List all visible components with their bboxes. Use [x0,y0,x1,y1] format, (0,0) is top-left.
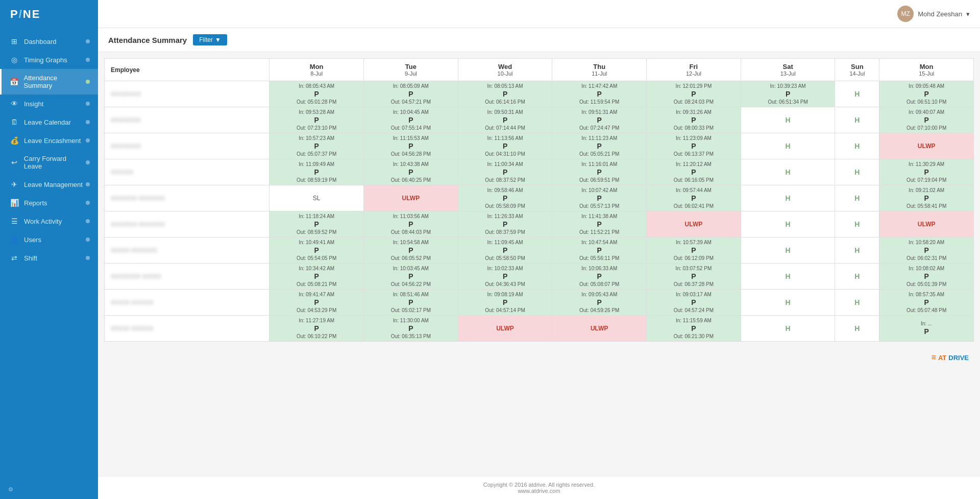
cell-2-2[interactable]: In: 11:13:56 AM P Out: 04:31:10 PM [458,133,552,159]
sidebar-item-reports[interactable]: 📊 Reports [0,194,98,212]
cell-5-7[interactable]: ULWP [879,211,974,237]
cell-1-7[interactable]: In: 09:40:07 AM P Out: 07:10:00 PM [879,107,974,133]
cell-6-4[interactable]: In: 10:57:39 AM P Out: 06:12:09 PM [647,237,741,264]
cell-3-3[interactable]: In: 11:16:01 AM P Out: 06:59:51 PM [552,159,647,185]
cell-7-5[interactable]: H [741,264,835,290]
cell-6-3[interactable]: In: 10:47:54 AM P Out: 05:56:11 PM [552,237,647,264]
cell-7-4[interactable]: In: 03:07:52 PM P Out: 06:37:28 PM [647,264,741,290]
cell-2-3[interactable]: In: 11:11:23 AM P Out: 05:05:21 PM [552,133,647,159]
sidebar-item-users[interactable]: 👤 Users [0,230,98,249]
cell-4-0[interactable]: SL [270,185,364,211]
cell-8-5[interactable]: H [741,290,835,316]
cell-1-4[interactable]: In: 09:31:26 AM P Out: 08:00:33 PM [647,107,741,133]
cell-8-0[interactable]: In: 09:41:47 AM P Out: 04:53:29 PM [270,290,364,316]
cell-3-5[interactable]: H [741,159,835,185]
cell-1-6[interactable]: H [835,107,879,133]
settings-icon[interactable]: ⚙ [8,486,13,492]
cell-0-2[interactable]: In: 08:05:13 AM P Out: 06:14:16 PM [458,81,552,107]
cell-3-0[interactable]: In: 11:09:49 AM P Out: 08:59:19 PM [270,159,364,185]
cell-0-0[interactable]: In: 08:05:43 AM P Out: 05:01:28 PM [270,81,364,107]
cell-3-1[interactable]: In: 10:43:38 AM P Out: 06:40:25 PM [364,159,458,185]
sidebar-item-carry-forward-leave[interactable]: ↩ Carry Forward Leave [0,150,98,175]
cell-7-0[interactable]: In: 10:34:42 AM P Out: 05:08:21 PM [270,264,364,290]
cell-0-3[interactable]: In: 11:47:42 AM P Out: 11:59:54 PM [552,81,647,107]
cell-2-4[interactable]: In: 11:23:09 AM P Out: 06:13:37 PM [647,133,741,159]
cell-7-2[interactable]: In: 10:02:33 AM P Out: 04:36:43 PM [458,264,552,290]
cell-8-7[interactable]: In: 08:57:35 AM P Out: 05:07:48 PM [879,290,974,316]
cell-9-5[interactable]: H [741,316,835,342]
cell-5-3[interactable]: In: 11:41:38 AM P Out: 11:52:21 PM [552,211,647,237]
sidebar-item-shift[interactable]: ⇄ Shift [0,249,98,267]
sidebar-item-insight[interactable]: 👁 Insight [0,94,98,113]
cell-0-5[interactable]: In: 10:39:23 AM P Out: 06:51:34 PM [741,81,835,107]
cell-1-5[interactable]: H [741,107,835,133]
cell-6-5[interactable]: H [741,237,835,264]
cell-9-2[interactable]: ULWP [458,316,552,342]
cell-h: H [838,324,876,332]
cell-8-1[interactable]: In: 08:51:46 AM P Out: 05:02:17 PM [364,290,458,316]
cell-3-7[interactable]: In: 11:30:29 AM P Out: 07:19:04 PM [879,159,974,185]
cell-6-6[interactable]: H [835,237,879,264]
cell-2-5[interactable]: H [741,133,835,159]
cell-6-2[interactable]: In: 11:09:45 AM P Out: 05:58:50 PM [458,237,552,264]
cell-0-4[interactable]: In: 12:01:29 PM P Out: 08:24:03 PM [647,81,741,107]
sidebar-item-work-activity[interactable]: ☰ Work Activity [0,212,98,230]
cell-4-6[interactable]: H [835,185,879,211]
cell-4-3[interactable]: In: 10:07:42 AM P Out: 05:57:13 PM [552,185,647,211]
cell-0-7[interactable]: In: 09:05:48 AM P Out: 06:51:10 PM [879,81,974,107]
cell-5-0[interactable]: In: 11:18:24 AM P Out: 08:59:52 PM [270,211,364,237]
sidebar-item-leave-management[interactable]: ✈ Leave Management [0,175,98,194]
cell-1-2[interactable]: In: 09:50:31 AM P Out: 07:14:44 PM [458,107,552,133]
cell-4-5[interactable]: H [741,185,835,211]
user-menu[interactable]: MZ Mohd Zeeshan ▾ [897,6,970,22]
cell-4-1[interactable]: ULWP [364,185,458,211]
cell-3-4[interactable]: In: 11:20:12 AM P Out: 06:16:05 PM [647,159,741,185]
cell-1-1[interactable]: In: 10:04:45 AM P Out: 07:55:14 PM [364,107,458,133]
cell-7-1[interactable]: In: 10:03:45 AM P Out: 04:56:22 PM [364,264,458,290]
cell-6-7[interactable]: In: 10:58:20 AM P Out: 06:02:31 PM [879,237,974,264]
cell-5-2[interactable]: In: 11:26:33 AM P Out: 08:37:59 PM [458,211,552,237]
cell-3-6[interactable]: H [835,159,879,185]
cell-2-0[interactable]: In: 10:57:23 AM P Out: 05:07:37 PM [270,133,364,159]
cell-8-3[interactable]: In: 09:05:43 AM P Out: 04:59:26 PM [552,290,647,316]
cell-6-0[interactable]: In: 10:49:41 AM P Out: 05:54:05 PM [270,237,364,264]
cell-7-6[interactable]: H [835,264,879,290]
sidebar-item-timing-graphs[interactable]: ◎ Timing Graphs [0,51,98,69]
cell-6-1[interactable]: In: 10:54:58 AM P Out: 06:05:52 PM [364,237,458,264]
sidebar-item-leave-calendar[interactable]: 🗓 Leave Calendar [0,113,98,131]
cell-1-0[interactable]: In: 09:53:28 AM P Out: 07:23:10 PM [270,107,364,133]
cell-8-2[interactable]: In: 09:08:19 AM P Out: 04:57:14 PM [458,290,552,316]
cell-0-6[interactable]: H [835,81,879,107]
cell-2-6[interactable]: H [835,133,879,159]
sidebar-nav: ⊞ Dashboard ◎ Timing Graphs 📅 Attendance… [0,28,98,480]
sidebar-item-leave-encashment[interactable]: 💰 Leave Encashment [0,131,98,150]
sidebar-item-attendance-summary[interactable]: 📅 Attendance Summary [0,69,98,94]
cell-5-6[interactable]: H [835,211,879,237]
sidebar-item-dashboard[interactable]: ⊞ Dashboard [0,32,98,51]
cell-in: In: 11:15:53 AM [367,135,455,141]
cell-8-4[interactable]: In: 09:03:17 AM P Out: 04:57:24 PM [647,290,741,316]
cell-1-3[interactable]: In: 09:51:31 AM P Out: 07:24:47 PM [552,107,647,133]
cell-2-7[interactable]: ULWP [879,133,974,159]
cell-9-0[interactable]: In: 11:27:19 AM P Out: 06:10:22 PM [270,316,364,342]
cell-9-1[interactable]: In: 11:30:00 AM P Out: 06:35:13 PM [364,316,458,342]
cell-5-5[interactable]: H [741,211,835,237]
cell-9-7[interactable]: In: ...P [879,316,974,342]
cell-9-4[interactable]: In: 11:15:59 AM P Out: 06:21:30 PM [647,316,741,342]
cell-4-2[interactable]: In: 09:58:46 AM P Out: 05:58:09 PM [458,185,552,211]
cell-5-1[interactable]: In: 11:03:56 AM P Out: 08:44:03 PM [364,211,458,237]
cell-9-6[interactable]: H [835,316,879,342]
cell-7-3[interactable]: In: 10:06:33 AM P Out: 05:08:07 PM [552,264,647,290]
cell-5-4[interactable]: ULWP [647,211,741,237]
cell-out: Out: 06:05:52 PM [367,255,455,261]
cell-8-6[interactable]: H [835,290,879,316]
cell-2-1[interactable]: In: 11:15:53 AM P Out: 04:56:28 PM [364,133,458,159]
cell-7-7[interactable]: In: 10:08:02 AM P Out: 05:01:39 PM [879,264,974,290]
cell-p: P [367,324,455,332]
cell-4-4[interactable]: In: 09:57:44 AM P Out: 06:02:41 PM [647,185,741,211]
filter-button[interactable]: Filter ▼ [193,34,227,45]
cell-3-2[interactable]: In: 11:00:34 AM P Out: 08:37:52 PM [458,159,552,185]
cell-4-7[interactable]: In: 09:21:02 AM P Out: 05:58:41 PM [879,185,974,211]
cell-9-3[interactable]: ULWP [552,316,647,342]
cell-0-1[interactable]: In: 08:05:09 AM P Out: 04:57:21 PM [364,81,458,107]
